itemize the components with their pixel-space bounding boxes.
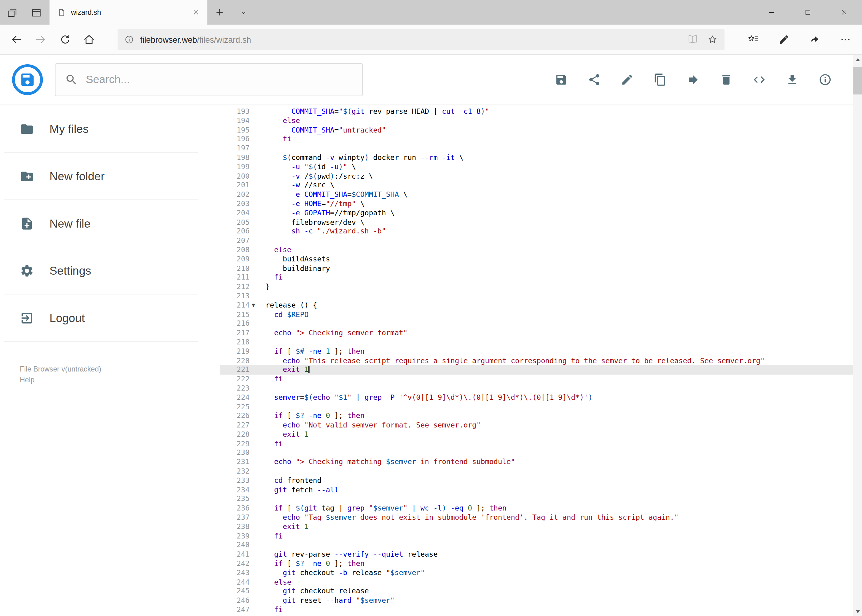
reading-view-button[interactable] [687, 34, 698, 45]
code-line[interactable]: 231 echo "> Checking matching $semver in… [220, 458, 862, 467]
sidebar-item-new-file[interactable]: New file [4, 200, 198, 247]
code-line[interactable]: 194 else [220, 116, 862, 126]
search-box[interactable] [55, 63, 363, 96]
close-window-button[interactable] [826, 0, 862, 25]
sidebar-item-logout[interactable]: Logout [4, 294, 198, 342]
new-tab-button[interactable] [207, 0, 232, 25]
page-scrollbar[interactable] [853, 55, 862, 616]
share-page-button[interactable] [803, 27, 827, 52]
code-line[interactable]: 214▼release () { [220, 301, 862, 310]
scroll-down-button[interactable] [853, 607, 862, 616]
code-line[interactable]: 197 [220, 144, 862, 153]
code-line[interactable]: 245 git checkout release [220, 587, 862, 596]
set-tabs-aside-button[interactable] [0, 0, 24, 25]
annotate-button[interactable] [772, 27, 796, 52]
code-line[interactable]: 238 exit 1 [220, 523, 862, 532]
code-line[interactable]: 201 -w //src \ [220, 181, 862, 190]
favorite-star-button[interactable] [707, 34, 718, 45]
code-line[interactable]: 232 [220, 467, 862, 476]
code-line[interactable]: 207 [220, 236, 862, 245]
code-line[interactable]: 233 cd frontend [220, 476, 862, 486]
code-line[interactable]: 200 -v /$(pwd):/src:z \ [220, 171, 862, 181]
code-line[interactable]: 229 fi [220, 440, 862, 449]
code-line[interactable]: 219 if [ $# -ne 1 ]; then [220, 347, 862, 356]
site-info-icon[interactable] [124, 35, 134, 45]
code-line[interactable]: 235 [220, 495, 862, 504]
code-line[interactable]: 228 exit 1 [220, 430, 862, 440]
code-line[interactable]: 206 sh -c "./wizard.sh -b" [220, 227, 862, 236]
code-line[interactable]: 230 [220, 449, 862, 458]
code-line[interactable]: 193 COMMIT_SHA="$(git rev-parse HEAD | c… [220, 107, 862, 116]
sidebar-item-my-files[interactable]: My files [4, 105, 198, 153]
code-line[interactable]: 213 [220, 292, 862, 301]
back-button[interactable] [4, 27, 28, 52]
download-button[interactable] [786, 73, 799, 86]
tabs-set-aside-button[interactable] [24, 0, 49, 25]
filebrowser-logo[interactable] [12, 64, 43, 95]
code-line[interactable]: 216 [220, 319, 862, 328]
hub-favorites-button[interactable] [741, 27, 765, 52]
code-line[interactable]: 237 echo "Tag $semver does not exist in … [220, 513, 862, 523]
code-line[interactable]: 246 git reset --hard "$semver" [220, 596, 862, 605]
code-line[interactable]: 199 -u "$(id -u)" \ [220, 162, 862, 171]
code-line[interactable]: 209 buildAssets [220, 255, 862, 264]
code-line[interactable]: 227 echo "Not valid semver format. See s… [220, 421, 862, 430]
code-line[interactable]: 247 fi [220, 605, 862, 615]
code-line[interactable]: 220 echo "This release script requires a… [220, 356, 862, 365]
delete-button[interactable] [720, 73, 733, 86]
code-line[interactable]: 225 [220, 402, 862, 412]
code-line[interactable]: 243 git checkout -b release "$semver" [220, 569, 862, 578]
code-line[interactable]: 208 else [220, 245, 862, 255]
code-line[interactable]: 223 [220, 384, 862, 393]
forward-button[interactable] [28, 27, 53, 52]
code-line[interactable]: 241 git rev-parse --verify --quiet relea… [220, 550, 862, 559]
sidebar-item-new-folder[interactable]: New folder [4, 153, 198, 200]
code-line[interactable]: 210 buildBinary [220, 264, 862, 273]
save-button[interactable] [555, 73, 568, 86]
code-line[interactable]: 212} [220, 282, 862, 292]
address-bar[interactable]: filebrowser.web/files/wizard.sh [118, 29, 725, 50]
code-line[interactable]: 236 if [ $(git tag | grep "$semver" | wc… [220, 504, 862, 513]
code-line[interactable]: 222 fi [220, 375, 862, 384]
code-line[interactable]: 221 exit 1 [220, 365, 862, 375]
scrollbar-thumb[interactable] [853, 67, 862, 94]
code-line[interactable]: 195 COMMIT_SHA="untracked" [220, 126, 862, 135]
code-line[interactable]: 196 fi [220, 135, 862, 144]
browser-tab[interactable]: wizard.sh [50, 0, 207, 25]
move-button[interactable] [687, 73, 700, 86]
info-button[interactable] [819, 73, 832, 86]
code-line[interactable]: 202 -e COMMIT_SHA=$COMMIT_SHA \ [220, 190, 862, 199]
sidebar-item-settings[interactable]: Settings [4, 247, 198, 295]
code-line[interactable]: 203 -e HOME="//tmp" \ [220, 199, 862, 209]
help-link[interactable]: Help [20, 375, 220, 386]
maximize-button[interactable] [790, 0, 826, 25]
copy-button[interactable] [654, 73, 667, 86]
more-options-button[interactable] [834, 27, 858, 52]
tab-close-button[interactable] [189, 5, 203, 19]
fold-marker-icon[interactable]: ▼ [250, 301, 257, 310]
share-button[interactable] [588, 73, 601, 86]
code-line[interactable]: 204 -e GOPATH=//tmp/gopath \ [220, 209, 862, 218]
code-view-button[interactable] [753, 73, 766, 86]
code-line[interactable]: 226 if [ $? -ne 0 ]; then [220, 412, 862, 421]
code-line[interactable]: 215 cd $REPO [220, 310, 862, 319]
code-line[interactable]: 244 else [220, 578, 862, 587]
code-line[interactable]: 218 [220, 338, 862, 347]
code-editor[interactable]: 193 COMMIT_SHA="$(git rev-parse HEAD | c… [220, 104, 862, 616]
code-line[interactable]: 239 fi [220, 532, 862, 541]
code-line[interactable]: 234 git fetch --all [220, 486, 862, 495]
code-line[interactable]: 211 fi [220, 273, 862, 282]
code-line[interactable]: 224 semver=$(echo "$1" | grep -P '^v(0|[… [220, 393, 862, 402]
code-line[interactable]: 240 [220, 541, 862, 550]
code-line[interactable]: 205 filebrowser/dev \ [220, 218, 862, 227]
scroll-up-button[interactable] [853, 55, 862, 64]
code-line[interactable]: 198 $(command -v winpty) docker run --rm… [220, 153, 862, 162]
edit-button[interactable] [621, 73, 634, 86]
home-button[interactable] [77, 27, 101, 52]
minimize-button[interactable] [753, 0, 790, 25]
refresh-button[interactable] [53, 27, 77, 52]
search-input[interactable] [86, 73, 353, 86]
code-line[interactable]: 242 if [ $? -ne 0 ]; then [220, 559, 862, 569]
tab-menu-button[interactable] [232, 0, 256, 25]
code-line[interactable]: 217 echo "> Checking semver format" [220, 328, 862, 338]
